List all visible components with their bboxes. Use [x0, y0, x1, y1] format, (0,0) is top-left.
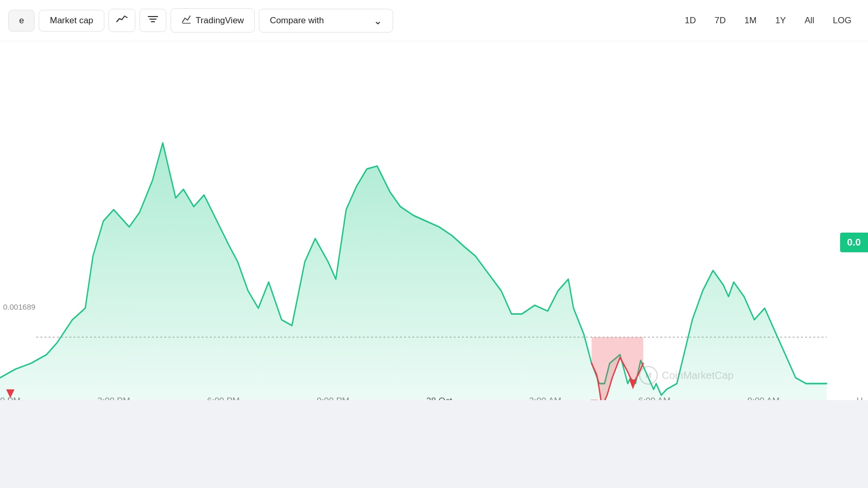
- watermark: M CoinMarketCap: [639, 366, 734, 385]
- time-1m-label: 1M: [745, 16, 757, 25]
- line-chart-button[interactable]: [109, 9, 135, 32]
- price-badge: 0.0: [840, 233, 868, 252]
- price-badge-value: 0.0: [847, 237, 861, 248]
- market-cap-button[interactable]: Market cap: [39, 10, 104, 32]
- baseline-value-label: 0.001689: [0, 302, 39, 311]
- chart-container: 0.001689 0.0 M CoinMarketCap 0 PM 3:00 P…: [0, 41, 868, 488]
- volume-area: [0, 400, 868, 488]
- compare-label: Compare with: [270, 16, 324, 26]
- watermark-text: CoinMarketCap: [662, 370, 734, 382]
- baseline-value-text: 0.001689: [3, 302, 36, 311]
- toolbar: e Market cap TradingView Compa: [0, 0, 868, 41]
- time-range-buttons: 1D 7D 1M 1Y All LOG: [676, 11, 860, 30]
- time-7d-label: 7D: [715, 16, 726, 25]
- compare-button[interactable]: Compare with ⌄: [259, 9, 393, 33]
- filter-icon: [147, 14, 159, 26]
- time-7d-button[interactable]: 7D: [706, 11, 734, 30]
- tradingview-label: TradingView: [196, 16, 244, 26]
- time-1m-button[interactable]: 1M: [736, 11, 765, 30]
- line-chart-icon: [116, 14, 128, 26]
- price-button[interactable]: e: [8, 10, 35, 32]
- filter-button[interactable]: [140, 9, 166, 32]
- time-log-button[interactable]: LOG: [825, 11, 860, 30]
- time-1y-label: 1Y: [775, 16, 786, 25]
- time-all-label: All: [804, 16, 814, 25]
- svg-text:M: M: [645, 371, 652, 379]
- time-log-label: LOG: [833, 16, 851, 25]
- time-1y-button[interactable]: 1Y: [767, 11, 794, 30]
- chevron-down-icon: ⌄: [374, 14, 382, 27]
- tradingview-button[interactable]: TradingView: [171, 8, 255, 33]
- time-all-button[interactable]: All: [796, 11, 823, 30]
- tradingview-icon: [181, 14, 192, 27]
- time-1d-label: 1D: [685, 16, 696, 25]
- time-1d-button[interactable]: 1D: [676, 11, 704, 30]
- price-label: e: [19, 16, 24, 26]
- market-cap-label: Market cap: [50, 16, 93, 26]
